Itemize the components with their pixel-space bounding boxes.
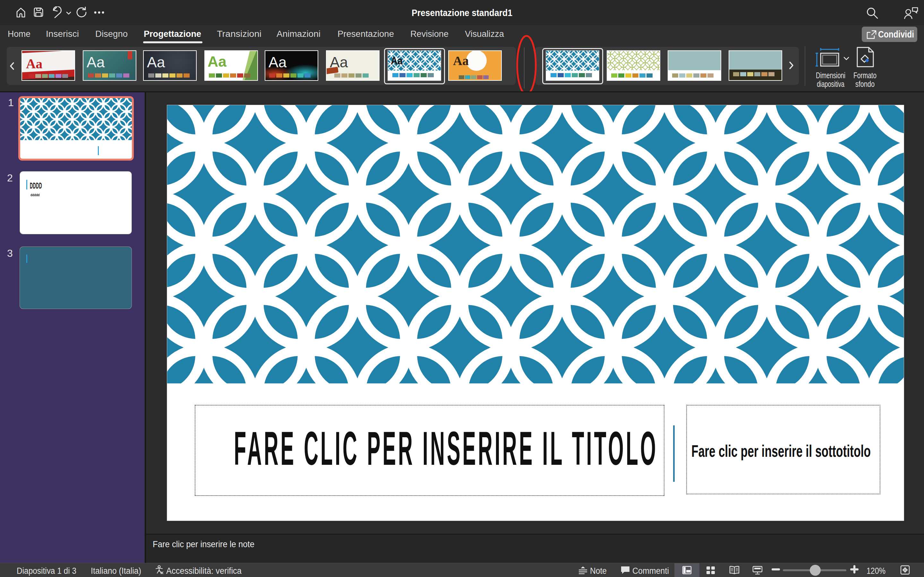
svg-text:Presentazione: Presentazione (338, 29, 394, 39)
svg-text:diapositiva: diapositiva (817, 79, 845, 89)
svg-text:Fare clic per inserire le note: Fare clic per inserire le note (153, 539, 254, 549)
svg-text:Commenti: Commenti (632, 566, 669, 576)
svg-text:Disegno: Disegno (95, 29, 128, 39)
svg-text:Fare clic per inserire il sott: Fare clic per inserire il sottotitolo (691, 442, 871, 460)
svg-text:120%: 120% (867, 566, 885, 576)
svg-text:Inserisci: Inserisci (46, 29, 79, 39)
svg-text:Condividi: Condividi (878, 29, 914, 39)
svg-text:FARE CLIC PER INSERIRE IL TITO: FARE CLIC PER INSERIRE IL TITOLO (234, 422, 658, 475)
svg-text:Animazioni: Animazioni (276, 29, 320, 39)
svg-text:Dimensioni: Dimensioni (816, 71, 845, 80)
svg-text:sfondo: sfondo (855, 79, 875, 89)
svg-text:Note: Note (590, 566, 607, 576)
svg-text:Formato: Formato (853, 71, 877, 80)
svg-text:Progettazione: Progettazione (144, 29, 201, 39)
svg-text:Home: Home (8, 29, 31, 39)
svg-text:Transizioni: Transizioni (217, 29, 262, 39)
svg-text:Visualizza: Visualizza (465, 29, 504, 39)
svg-text:Presentazione standard1: Presentazione standard1 (412, 7, 512, 18)
svg-text:Accessibilità: verifica: Accessibilità: verifica (166, 566, 242, 576)
svg-text:Diapositiva 1 di 3: Diapositiva 1 di 3 (17, 566, 76, 576)
svg-text:Revisione: Revisione (410, 29, 449, 39)
svg-text:Italiano (Italia): Italiano (Italia) (91, 566, 141, 576)
